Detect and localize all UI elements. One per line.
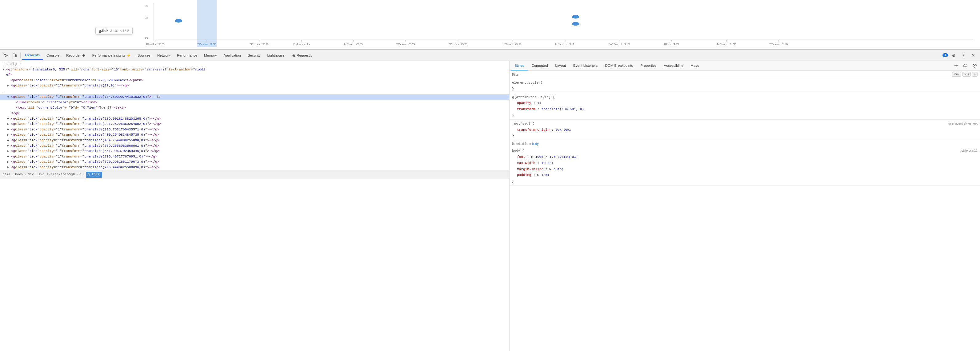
tab-requestly[interactable]: 🔌 Requestly: [288, 51, 315, 60]
tab-security[interactable]: Security: [245, 51, 264, 60]
svg-rect-16: [13, 54, 15, 57]
dom-line-tick-9[interactable]: <g class="tick" opacity="1" transform="t…: [0, 154, 509, 160]
dom-line-tick-4[interactable]: <g class="tick" opacity="1" transform="t…: [0, 127, 509, 133]
data-dot-3: [572, 22, 579, 26]
settings-btn[interactable]: ⚙: [949, 51, 958, 60]
y-label-4: 4: [145, 4, 148, 7]
tab-memory[interactable]: Memory: [201, 51, 220, 60]
dom-dots: …: [0, 89, 509, 94]
x-label-sat09: Sat 09: [504, 43, 522, 46]
triangle-tick-3: [7, 122, 11, 126]
filter-cls-btn[interactable]: .cls: [963, 72, 971, 76]
breadcrumb-gtick[interactable]: g.tick: [86, 172, 102, 178]
breadcrumb-svg[interactable]: svg.svelte-16io5g8: [38, 172, 75, 178]
dom-line-tick-6[interactable]: <g class="tick" opacity="1" transform="t…: [0, 138, 509, 143]
dom-line-tick-7[interactable]: <g class="tick" opacity="1" transform="t…: [0, 143, 509, 149]
sub-tab-layout[interactable]: Layout: [552, 61, 570, 70]
dom-line-tick-3[interactable]: <g class="tick" opacity="1" transform="t…: [0, 122, 509, 127]
style-close-body: }: [512, 178, 978, 184]
styles-content: element.style { } g[Attributes Style] { …: [509, 78, 980, 351]
y-label-0: 0: [145, 36, 148, 40]
style-selector-body: body { style.css:11: [512, 148, 978, 154]
tab-network[interactable]: Network: [154, 51, 173, 60]
triangle-tick-1: [7, 84, 11, 88]
computed-styles-sidebar-btn[interactable]: [970, 61, 979, 70]
x-label-fri15: Fri 15: [664, 43, 679, 46]
dom-line-g-transform-cont: e">: [0, 72, 509, 78]
tab-performance[interactable]: Performance: [174, 51, 200, 60]
dom-line-tick-line[interactable]: <line stroke="currentColor" y2="6" ></li…: [0, 100, 509, 105]
devtools-tab-bar: Elements Console Recorder ⏺ Performance …: [0, 50, 980, 61]
x-label-mar03: Mar 03: [344, 43, 363, 46]
sub-tab-event-listeners[interactable]: Event Listeners: [570, 61, 601, 70]
triangle-tick-selected: [7, 95, 11, 99]
dom-line-tick-5[interactable]: <g class="tick" opacity="1" transform="t…: [0, 132, 509, 138]
chart-area: 4 2 0 Feb 25 Tue 27 Thu 29 March Mar 03 …: [0, 0, 980, 49]
notification-badge: 1: [942, 53, 948, 57]
device-toolbar-btn[interactable]: [10, 51, 19, 60]
x-label-thu29: Thu 29: [250, 43, 269, 46]
triangle-tick-9: [7, 154, 11, 159]
tooltip-dimensions: 31.01 × 18.5: [110, 29, 129, 33]
style-close-element: }: [512, 86, 978, 92]
data-dot-2: [572, 15, 579, 19]
x-label-march: March: [293, 43, 310, 46]
sub-tab-dom-breakpoints[interactable]: DOM Breakpoints: [601, 61, 636, 70]
cursor-tool-btn[interactable]: [1, 51, 10, 60]
toggle-element-classes-btn[interactable]: [961, 61, 970, 70]
sub-tab-mavo[interactable]: Mavo: [687, 61, 703, 70]
style-close-not-svg: }: [512, 133, 978, 139]
more-btn[interactable]: ⋮: [959, 51, 968, 60]
sub-tab-properties[interactable]: Properties: [636, 61, 660, 70]
filter-input[interactable]: [512, 73, 950, 76]
dom-line-tick-1[interactable]: <g class="tick" opacity="1" transform="t…: [0, 83, 509, 89]
dom-line-tick-11[interactable]: <g class="tick" opacity="1" transform="t…: [0, 165, 509, 170]
style-source-user-agent: user agent stylesheet: [948, 121, 978, 126]
sub-tab-styles[interactable]: Styles: [511, 61, 528, 70]
style-source-body: style.css:11: [961, 148, 978, 154]
tab-performance-insights[interactable]: Performance insights ⚡: [89, 51, 134, 60]
sub-tab-accessibility[interactable]: Accessibility: [660, 61, 687, 70]
filter-badges: :hov .cls +: [952, 72, 978, 76]
filter-hov-btn[interactable]: :hov: [952, 72, 961, 76]
style-selector-element: element.style {: [512, 80, 978, 86]
tab-elements[interactable]: Elements: [22, 51, 43, 60]
triangle-tick-10: [7, 160, 11, 164]
add-style-rule-btn[interactable]: [952, 61, 960, 70]
dom-line-tick-10[interactable]: <g class="tick" opacity="1" transform="t…: [0, 159, 509, 165]
x-label-mar17: Mar 17: [717, 43, 736, 46]
dom-panel[interactable]: ⋯ sS/ig ⋯ <g transform="translate(0, 525…: [0, 61, 509, 351]
style-inherited-from: body: [532, 142, 539, 146]
sub-tab-computed[interactable]: Computed: [528, 61, 552, 70]
triangle-tick-2: [7, 117, 11, 121]
tab-console[interactable]: Console: [43, 51, 62, 60]
dom-line-tick-2[interactable]: <g class="tick" opacity="1" transform="t…: [0, 116, 509, 122]
breadcrumb-g[interactable]: g: [80, 172, 81, 178]
x-label-wed13: Wed 13: [609, 43, 630, 46]
tab-bar-left: Elements Console Recorder ⏺ Performance …: [1, 51, 941, 60]
style-prop-transform: transform : translate(104.501, 0);: [512, 106, 978, 113]
filter-add-btn[interactable]: +: [972, 72, 978, 76]
tab-application[interactable]: Application: [221, 51, 244, 60]
dom-line-tick-selected[interactable]: <g class="tick" opacity="1" transform="t…: [0, 94, 509, 100]
tab-sources[interactable]: Sources: [134, 51, 154, 60]
tab-divider-1: [20, 52, 21, 59]
style-prop-font: font : ▶ 100% / 1.5 system-ui;: [512, 154, 978, 160]
dom-line-path-domain[interactable]: <path class="domain" stroke="currentColo…: [0, 78, 509, 83]
breadcrumb-html[interactable]: html: [2, 172, 10, 178]
dom-line-tick-8[interactable]: <g class="tick" opacity="1" transform="t…: [0, 149, 509, 154]
sub-tab-bar: Styles Computed Layout Event Listeners D…: [509, 61, 980, 71]
tab-lighthouse[interactable]: Lighthouse: [264, 51, 287, 60]
style-prop-margin-inline: margin-inline : ▶ auto;: [512, 167, 978, 173]
dom-line-g-transform[interactable]: <g transform="translate(0, 525)" fill="n…: [0, 67, 509, 73]
tab-recorder[interactable]: Recorder ⏺: [63, 51, 89, 60]
breadcrumb-div[interactable]: div: [28, 172, 34, 178]
triangle-tick-6: [7, 138, 11, 143]
dom-line-tick-text[interactable]: <text fill="currentColor" y="9" dy="0.71…: [0, 105, 509, 111]
x-label-tue05: Tue 05: [396, 43, 415, 46]
style-prop-max-width: max-width : 100ch;: [512, 160, 978, 167]
close-btn[interactable]: ✕: [969, 51, 978, 60]
y-label-2: 2: [145, 16, 148, 19]
data-dot-1: [175, 19, 182, 23]
breadcrumb-body[interactable]: body: [15, 172, 23, 178]
